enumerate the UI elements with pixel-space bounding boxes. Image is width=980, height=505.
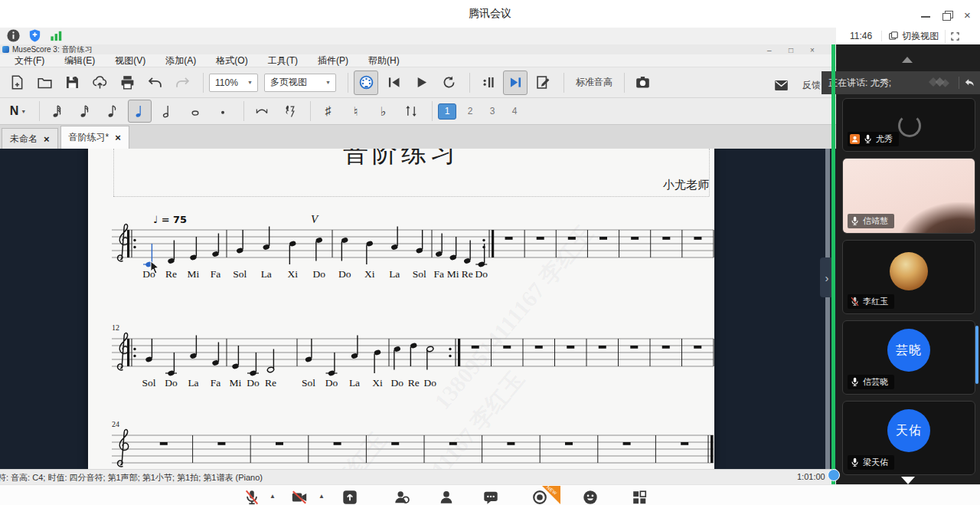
publish-icon[interactable] — [87, 71, 112, 95]
close-icon[interactable]: × — [115, 132, 121, 143]
voice-3-button[interactable]: 3 — [484, 104, 501, 119]
menu-格式(O)[interactable]: 格式(O) — [206, 54, 257, 67]
score-composer[interactable]: 小尤老师 — [459, 178, 709, 192]
participant-label: 梁天佑 — [848, 455, 894, 470]
play-repeats-icon[interactable] — [503, 71, 528, 95]
ms-minimize-button[interactable]: – — [767, 46, 772, 54]
separator — [310, 101, 311, 121]
concert-pitch-toggle[interactable]: 标准音高 — [576, 76, 612, 89]
svg-text:Do: Do — [325, 377, 338, 389]
music-system-3[interactable]: 24 — [112, 418, 718, 469]
member-manage-icon[interactable] — [394, 489, 412, 505]
menu-插件(P)[interactable]: 插件(P) — [308, 54, 358, 67]
camera-off-icon[interactable] — [291, 489, 309, 505]
undo-icon[interactable] — [142, 71, 167, 95]
close-button[interactable]: × — [964, 11, 975, 20]
mouse-cursor — [150, 261, 161, 276]
redo-icon[interactable] — [170, 71, 194, 95]
note-whole-icon[interactable] — [183, 100, 207, 123]
meeting-info-icon[interactable] — [6, 28, 21, 43]
network-signal-icon[interactable] — [49, 28, 64, 43]
image-capture-icon[interactable] — [531, 71, 555, 95]
ms-maximize-button[interactable]: □ — [789, 46, 793, 54]
voice-2-button[interactable]: 2 — [462, 104, 479, 119]
voice-1-button[interactable]: 1 — [438, 103, 456, 120]
participant-tile-信芸晓[interactable]: 芸晓信芸晓 — [842, 320, 975, 395]
svg-text:24: 24 — [112, 420, 119, 428]
svg-text:Re: Re — [408, 377, 420, 389]
invite-icon[interactable] — [438, 489, 456, 505]
count-in-icon[interactable] — [475, 71, 500, 95]
menu-视图(V)[interactable]: 视图(V) — [105, 54, 155, 67]
score-area[interactable]: 音阶练习 小尤老师 13809514111167 李红玉 13809514111… — [0, 149, 836, 469]
meeting-titlebar: 腾讯会议 × — [0, 0, 980, 28]
restore-button[interactable] — [942, 11, 953, 20]
rest-icon[interactable] — [277, 100, 301, 123]
panel-scrollbar-thumb[interactable] — [975, 326, 978, 384]
music-system-2[interactable]: 12SolDoLaFaMiDoReSolDoLaXiDoReDo — [112, 322, 718, 395]
reply-arrow-icon[interactable] — [963, 77, 975, 89]
sharp-icon[interactable]: ♯ — [316, 100, 340, 123]
participant-tile-信靖慧[interactable]: 信靖慧 — [842, 158, 975, 234]
fullscreen-button[interactable] — [946, 31, 965, 41]
tab-音阶练习*[interactable]: 音阶练习*× — [60, 126, 129, 149]
rewind-icon[interactable] — [381, 71, 406, 95]
note-input-mode-button[interactable]: N▼ — [6, 100, 30, 123]
music-system-1[interactable]: ♩ = 75VDoReMiFaSolLaXiDoDoXiLaSolFaMiReD… — [112, 213, 718, 287]
participant-tile-梁天佑[interactable]: 天佑梁天佑 — [842, 401, 975, 475]
zoom-select[interactable]: 110%▼ — [209, 74, 258, 92]
svg-text:Mi: Mi — [447, 268, 459, 280]
scroll-down-icon[interactable] — [901, 477, 915, 484]
natural-icon[interactable]: ♮ — [344, 100, 368, 123]
caret-up-icon[interactable]: ▲ — [270, 493, 279, 505]
menu-编辑(E)[interactable]: 编辑(E) — [54, 54, 105, 67]
play-icon[interactable] — [409, 71, 433, 95]
chat-icon[interactable] — [482, 489, 501, 505]
note-quarter-icon[interactable] — [128, 100, 152, 123]
voice-4-button[interactable]: 4 — [506, 104, 523, 119]
note-32nd-icon[interactable] — [45, 100, 69, 123]
midi-input-icon[interactable] — [354, 71, 378, 95]
security-shield-icon[interactable] — [28, 28, 42, 43]
participant-label: 信靖慧 — [848, 214, 894, 228]
flip-direction-icon[interactable] — [399, 100, 423, 123]
switch-view-button[interactable]: 切换视图 — [882, 30, 946, 43]
tie-icon[interactable] — [250, 100, 273, 123]
save-icon[interactable] — [60, 71, 84, 95]
participant-tile-尤秀[interactable]: 尤秀 — [842, 98, 975, 152]
screenshot-camera-icon[interactable] — [630, 71, 655, 95]
minimize-button[interactable] — [920, 11, 931, 20]
open-file-icon[interactable] — [32, 71, 57, 95]
host-badge-icon — [850, 134, 860, 144]
ms-close-button[interactable]: × — [810, 46, 815, 54]
mail-icon[interactable] — [769, 73, 793, 97]
menu-文件(F)[interactable]: 文件(F) — [5, 54, 54, 67]
augmentation-dot-icon[interactable] — [211, 100, 234, 123]
score-title[interactable]: 音阶练习 — [88, 149, 714, 171]
apps-icon[interactable] — [631, 489, 649, 505]
close-icon[interactable]: × — [44, 133, 50, 145]
loop-playback-icon[interactable] — [436, 71, 461, 95]
flat-icon[interactable]: ♭ — [371, 100, 395, 123]
musescore-toolbar-right: 反馈 — [769, 73, 827, 97]
share-border-handle[interactable] — [828, 469, 840, 481]
menu-工具(T)[interactable]: 工具(T) — [258, 54, 308, 67]
emoji-icon[interactable] — [582, 489, 600, 505]
menu-帮助(H)[interactable]: 帮助(H) — [358, 54, 410, 67]
note-16th-icon[interactable] — [73, 100, 96, 123]
feedback-button[interactable]: 反馈 — [802, 79, 821, 92]
participant-tile-李红玉[interactable]: 李红玉 — [842, 240, 975, 314]
caret-up-icon[interactable]: ▲ — [318, 493, 328, 505]
share-screen-icon[interactable] — [341, 489, 360, 505]
mic-muted-icon[interactable] — [243, 489, 262, 505]
note-8th-icon[interactable] — [100, 100, 124, 123]
tab-未命名[interactable]: 未命名× — [2, 128, 58, 149]
new-score-icon[interactable] — [5, 71, 29, 95]
note-half-icon[interactable] — [155, 100, 179, 123]
score-scrollbar[interactable] — [825, 149, 830, 469]
view-mode-select[interactable]: 多页视图▼ — [264, 74, 336, 92]
separator — [243, 101, 244, 121]
print-icon[interactable] — [115, 71, 139, 95]
scroll-up-icon[interactable] — [902, 57, 913, 63]
menu-添加(A)[interactable]: 添加(A) — [155, 54, 206, 67]
